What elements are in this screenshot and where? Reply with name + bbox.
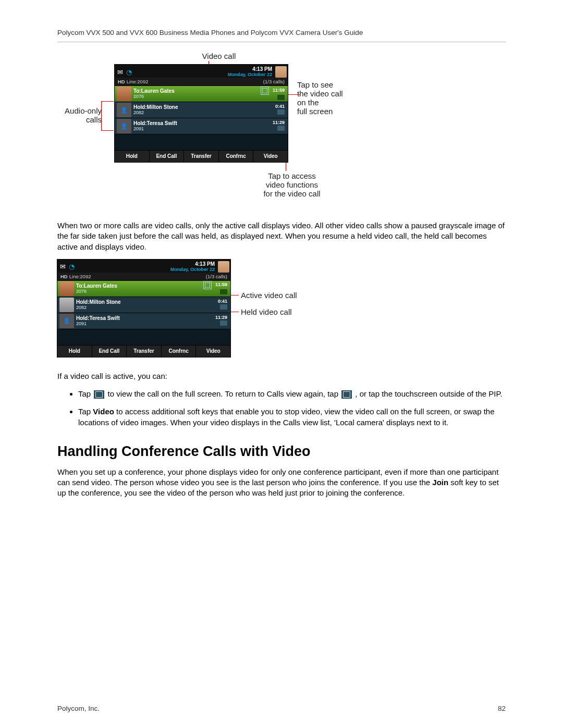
text: , or tap the touchscreen outside of the … [355, 389, 502, 398]
clock-icon: ◔ [126, 68, 132, 76]
phone-screen-1: ✉ ◔ 4:13 PM Monday, October 22 HD Line:2… [115, 65, 288, 162]
call-count: (1/3 calls) [263, 79, 285, 84]
softkey-hold[interactable]: Hold [57, 346, 92, 357]
softkey-endcall[interactable]: End Call [150, 151, 185, 162]
softkey-bar: Hold End Call Transfer Confrnc Video [115, 151, 288, 162]
hd-badge: HD [60, 274, 68, 279]
status-bar: ✉ ◔ 4:13 PM Monday, October 22 [115, 65, 288, 78]
call-name: Teresa Swift [90, 315, 120, 321]
text-bold: Join [432, 478, 448, 487]
call-row-active[interactable]: To:Lauren Gates 2076 11:59 [115, 86, 288, 102]
call-ext: 2091 [133, 126, 259, 132]
call-name: Milton Stone [90, 299, 121, 305]
hd-badge: HD [118, 79, 125, 84]
page-footer: Polycom, Inc. 82 [57, 705, 506, 712]
header-rule [57, 42, 506, 42]
call-prefix: Hold: [133, 104, 147, 110]
call-prefix: To: [133, 88, 141, 94]
softkey-transfer[interactable]: Transfer [184, 151, 219, 162]
text: Tap [78, 389, 93, 398]
bullet-1: Tap to view the call on the full screen.… [78, 389, 506, 399]
avatar [59, 281, 74, 296]
callout-audio-only: Audio-only calls [57, 106, 102, 124]
self-view-thumb [218, 261, 229, 273]
empty-row [115, 134, 288, 151]
line-row: HD Line:2092 (1/3 calls) [115, 78, 288, 86]
empty-row [57, 329, 230, 346]
text-bold: Video [93, 407, 114, 416]
section-heading: Handling Conference Calls with Video [57, 443, 506, 460]
para-1: When two or more calls are video calls, … [57, 220, 506, 252]
call-prefix: Hold: [76, 315, 90, 321]
bullet-2: Tap Video to access additional soft keys… [78, 406, 506, 428]
hold-icon [220, 304, 227, 310]
expand-icon[interactable] [203, 281, 212, 289]
status-date: Monday, October 22 [228, 72, 272, 77]
callout-active-video: Active video call [241, 291, 297, 300]
softkey-hold[interactable]: Hold [115, 151, 150, 162]
call-time: 11:59 [215, 282, 227, 288]
doc-header: Polycom VVX 500 and VVX 600 Business Med… [57, 29, 506, 36]
softkey-bar: Hold End Call Transfer Confrnc Video [57, 346, 230, 357]
softkey-video[interactable]: Video [196, 346, 230, 357]
call-row[interactable]: 👤 Hold:Milton Stone 2082 0:41 [115, 102, 288, 118]
call-time: 11:29 [273, 120, 285, 125]
footer-company: Polycom, Inc. [57, 705, 100, 712]
avatar-grayscale [59, 298, 74, 312]
status-time: 4:13 PM [170, 262, 215, 267]
phone-screen-2: ✉ ◔ 4:13 PM Monday, October 22 HD Line:2… [57, 260, 230, 357]
call-prefix: Hold: [76, 299, 90, 305]
video-icon [277, 95, 285, 100]
line-label: Line:2092 [69, 274, 91, 279]
text: to view the call on the full screen. To … [108, 389, 341, 398]
callout-fullscreen: Tap to see the video call on the full sc… [297, 80, 365, 116]
call-prefix: To: [76, 283, 84, 289]
call-ext: 2076 [76, 289, 201, 294]
video-icon [220, 289, 227, 294]
self-view-thumb [275, 66, 287, 78]
call-row-active[interactable]: To:Lauren Gates 2076 11:59 [57, 281, 230, 297]
expand-icon [94, 390, 104, 399]
collapse-icon [341, 390, 352, 399]
call-time: 0:41 [275, 104, 285, 109]
status-bar: ✉ ◔ 4:13 PM Monday, October 22 [57, 260, 230, 273]
avatar: 👤 [59, 314, 74, 328]
time-block: 4:13 PM Monday, October 22 [170, 262, 216, 272]
text: Tap [78, 407, 93, 416]
call-ext: 2082 [76, 305, 201, 311]
status-date: Monday, October 22 [170, 267, 215, 272]
softkey-endcall[interactable]: End Call [92, 346, 127, 357]
call-row[interactable]: Hold:Milton Stone 2082 0:41 [57, 297, 230, 313]
callout-video-functions: Tap to access video functions for the vi… [250, 171, 334, 198]
call-ext: 2076 [133, 94, 259, 100]
clock-icon: ◔ [69, 263, 75, 270]
line-row: HD Line:2092 (1/3 calls) [57, 273, 230, 281]
call-prefix: Hold: [133, 120, 147, 126]
call-row[interactable]: 👤 Hold:Teresa Swift 2091 11:29 [57, 313, 230, 329]
softkey-video[interactable]: Video [253, 151, 288, 162]
call-time: 11:29 [215, 315, 227, 320]
call-time: 11:59 [273, 88, 285, 93]
softkey-transfer[interactable]: Transfer [127, 346, 162, 357]
mail-icon: ✉ [60, 263, 66, 270]
time-block: 4:13 PM Monday, October 22 [228, 67, 273, 77]
para-2-intro: If a video call is active, you can: [57, 371, 506, 381]
figure-2: Active video call Held video call ✉ ◔ 4:… [57, 260, 506, 364]
call-ext: 2082 [133, 110, 259, 116]
hold-icon [277, 126, 285, 131]
line-label: Line:2092 [127, 79, 149, 84]
status-time: 4:13 PM [228, 67, 272, 72]
softkey-confrnc[interactable]: Confrnc [162, 346, 197, 357]
avatar [117, 87, 131, 101]
softkey-confrnc[interactable]: Confrnc [219, 151, 254, 162]
call-name: Milton Stone [147, 104, 178, 110]
callout-video-call: Video call [188, 52, 250, 60]
avatar: 👤 [117, 119, 131, 133]
call-ext: 2091 [76, 321, 201, 327]
call-name: Lauren Gates [84, 283, 117, 289]
call-row[interactable]: 👤 Hold:Teresa Swift 2091 11:29 [115, 118, 288, 134]
expand-icon[interactable] [261, 87, 269, 95]
avatar: 👤 [117, 103, 131, 117]
call-count: (1/3 calls) [206, 274, 227, 279]
hold-icon [220, 320, 227, 326]
